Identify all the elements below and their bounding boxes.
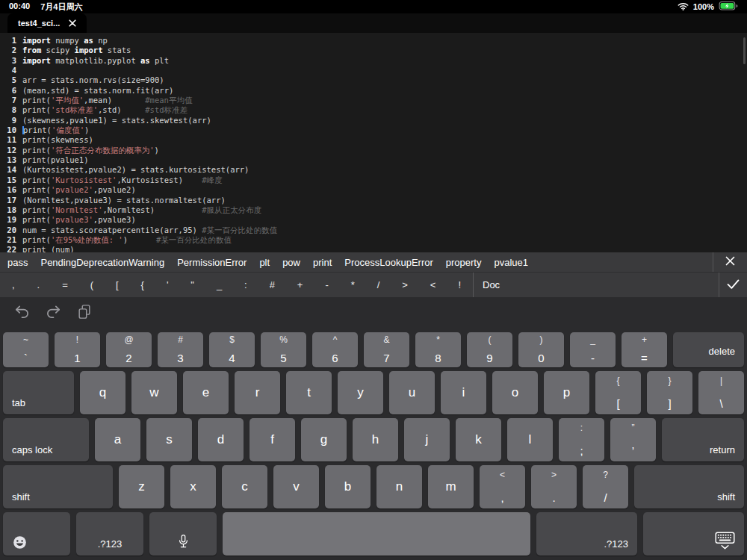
paste-button[interactable] <box>75 303 94 323</box>
suggestion-pvalue1[interactable]: pvalue1 <box>494 257 528 268</box>
key-backtick[interactable]: ~` <box>3 332 49 367</box>
symbol-key[interactable]: [ <box>116 279 119 290</box>
code-line[interactable]: 3import matplotlib.pyplot as plt <box>0 56 747 66</box>
symbol-key[interactable]: : <box>244 279 247 290</box>
code-line[interactable]: 6(mean,std) = stats.norm.fit(arr) <box>0 86 747 96</box>
key-w[interactable]: w <box>131 371 177 414</box>
key-slash[interactable]: ?/ <box>583 465 628 508</box>
code-line[interactable]: 14(Kurtosistest,pvalue2) = stats.kurtosi… <box>0 165 747 175</box>
key-6[interactable]: ^6 <box>312 332 358 367</box>
key-delete[interactable]: delete <box>673 332 744 367</box>
code-line[interactable]: 11print(skewness) <box>0 135 747 145</box>
code-line[interactable]: 9(skewness,pvalue1) = stats.skewtest(arr… <box>0 116 747 125</box>
code-line[interactable]: 7print('平均值',mean) #mean平均值 <box>0 96 747 105</box>
symbol-key[interactable]: # <box>270 279 275 290</box>
code-line[interactable]: 13print(pvalue1) <box>0 155 747 165</box>
key-minus[interactable]: _- <box>570 332 616 367</box>
symbol-key[interactable]: ' <box>167 279 168 290</box>
symbol-key[interactable]: , <box>12 279 15 290</box>
key-shift-left[interactable]: shift <box>3 465 113 508</box>
redo-button[interactable] <box>43 304 63 323</box>
code-line[interactable]: 2from scipy import stats <box>0 46 747 55</box>
code-line[interactable]: 17(Normltest,pvalue3) = stats.normaltest… <box>0 196 747 205</box>
key-dismiss[interactable] <box>643 512 744 556</box>
suggestion-pendingdeprecationwarning[interactable]: PendingDeprecationWarning <box>40 257 164 268</box>
key-y[interactable]: y <box>338 371 383 414</box>
key-bracket-open[interactable]: {[ <box>595 371 641 414</box>
key-period[interactable]: >. <box>531 465 577 508</box>
key-a[interactable]: a <box>95 418 140 461</box>
symbol-key[interactable]: + <box>297 279 303 290</box>
key-space[interactable] <box>223 512 530 556</box>
symbol-key[interactable]: > <box>402 279 408 290</box>
key-tab[interactable]: tab <box>3 371 74 414</box>
key-k[interactable]: k <box>456 418 501 461</box>
code-line[interactable]: 15print('Kurtosistest',Kurtosistest) #峰度 <box>0 175 747 185</box>
key-p[interactable]: p <box>544 371 589 414</box>
key-s[interactable]: s <box>146 418 192 461</box>
key-return[interactable]: return <box>662 418 744 461</box>
key-c[interactable]: c <box>222 465 267 508</box>
key-3[interactable]: #3 <box>158 332 203 367</box>
code-line[interactable]: 18print('Normltest',Normltest) #服从正太分布度 <box>0 205 747 215</box>
tab-test4-sci[interactable]: test4_sci... <box>7 13 87 33</box>
key-backslash[interactable]: |\ <box>698 371 744 414</box>
code-line[interactable]: 19print('pvalue3',pvalue3) <box>0 215 747 225</box>
code-line[interactable]: 21print('在95%处的数值: ') #某一百分比处的数值 <box>0 235 747 245</box>
suggestion-processlookuperror[interactable]: ProcessLookupError <box>344 257 433 268</box>
key-z[interactable]: z <box>119 465 164 508</box>
key-2[interactable]: @2 <box>106 332 152 367</box>
key-d[interactable]: d <box>198 418 244 461</box>
code-line[interactable]: 1import numpy as np <box>0 36 747 46</box>
key-8[interactable]: *8 <box>415 332 461 367</box>
key-1[interactable]: !1 <box>55 332 100 367</box>
code-line[interactable]: 16print('pvalue2',pvalue2) <box>0 185 747 195</box>
autocomplete-close-button[interactable] <box>713 252 747 272</box>
key-9[interactable]: (9 <box>467 332 512 367</box>
key-v[interactable]: v <box>273 465 319 508</box>
key-u[interactable]: u <box>389 371 435 414</box>
key-x[interactable]: x <box>170 465 216 508</box>
key-quote[interactable]: ”’ <box>610 418 656 461</box>
code-line[interactable]: 8print('std标准差',std) #std标准差 <box>0 105 747 115</box>
key-numbers-left[interactable]: .?123 <box>76 512 143 556</box>
symbol-key[interactable]: ! <box>458 279 461 290</box>
key-l[interactable]: l <box>507 418 553 461</box>
confirm-button[interactable] <box>719 273 747 297</box>
code-line[interactable]: 20num = stats.scoreatpercentile(arr,95) … <box>0 225 747 235</box>
symbol-key[interactable]: * <box>351 279 355 290</box>
code-line[interactable]: 22print (num) <box>0 245 747 252</box>
key-b[interactable]: b <box>325 465 371 508</box>
code-line[interactable]: 10print('偏度值') <box>0 125 747 135</box>
key-j[interactable]: j <box>404 418 450 461</box>
key-m[interactable]: m <box>428 465 474 508</box>
key-comma[interactable]: <, <box>480 465 525 508</box>
key-i[interactable]: i <box>441 371 486 414</box>
key-4[interactable]: $4 <box>209 332 255 367</box>
code-line[interactable]: 4 <box>0 66 747 75</box>
key-n[interactable]: n <box>376 465 422 508</box>
symbol-key[interactable]: ( <box>90 279 93 290</box>
key-t[interactable]: t <box>286 371 332 414</box>
doc-button[interactable]: Doc <box>473 273 719 297</box>
symbol-key[interactable]: { <box>141 279 144 290</box>
key-5[interactable]: %5 <box>261 332 306 367</box>
symbol-key[interactable]: . <box>37 279 40 290</box>
undo-button[interactable] <box>12 304 31 323</box>
suggestion-permissionerror[interactable]: PermissionError <box>177 257 247 268</box>
symbol-key[interactable]: = <box>62 279 68 290</box>
suggestion-property[interactable]: property <box>446 257 482 268</box>
symbol-key[interactable]: < <box>430 279 436 290</box>
editor-scrollbar[interactable] <box>743 37 746 64</box>
key-7[interactable]: &7 <box>364 332 409 367</box>
key-emoji[interactable] <box>3 512 70 556</box>
key-bracket-close[interactable]: }] <box>647 371 692 414</box>
key-r[interactable]: r <box>235 371 280 414</box>
code-line[interactable]: 5arr = stats.norm.rvs(size=900) <box>0 75 747 85</box>
key-numbers-right[interactable]: .?123 <box>536 512 637 556</box>
key-caps-lock[interactable]: caps lock <box>3 418 89 461</box>
suggestion-pow[interactable]: pow <box>282 257 300 268</box>
code-line[interactable]: 12print('符合正态分布数据的概率为') <box>0 146 747 155</box>
code-editor[interactable]: 1import numpy as np2from scipy import st… <box>0 33 747 252</box>
suggestion-print[interactable]: print <box>313 257 332 268</box>
